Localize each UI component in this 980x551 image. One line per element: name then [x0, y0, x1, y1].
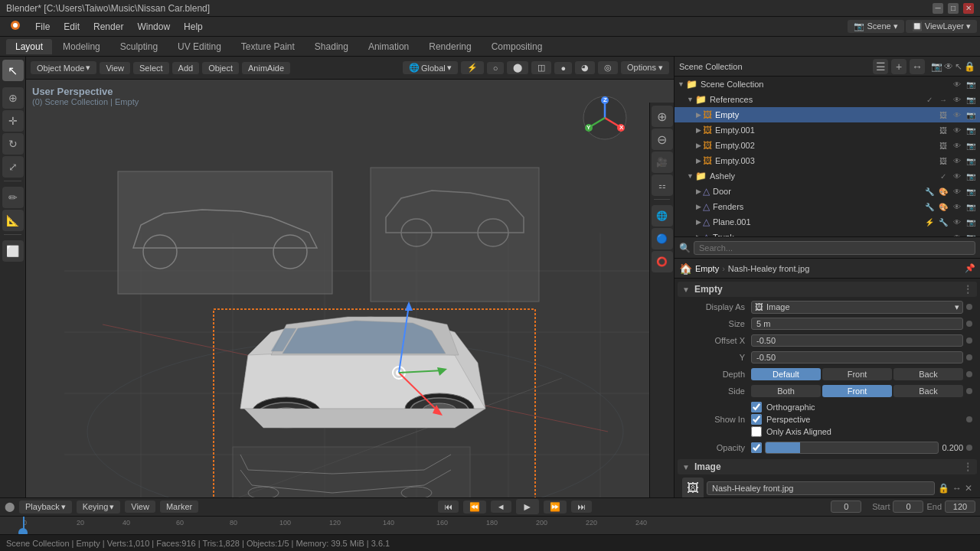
- depth-front-btn[interactable]: Front: [822, 368, 892, 380]
- only-axis-checkbox[interactable]: [751, 426, 762, 437]
- opacity-slider[interactable]: [765, 442, 939, 454]
- object-mode-dropdown[interactable]: Object Mode ▾: [31, 61, 96, 74]
- offset-y-input[interactable]: [751, 351, 963, 364]
- transform-dropdown[interactable]: 🌐 Global ▾: [403, 61, 458, 74]
- viewport-gizmo[interactable]: Z X Y: [582, 95, 628, 141]
- tab-compositing[interactable]: Compositing: [482, 39, 552, 54]
- tab-layout[interactable]: Layout: [6, 39, 52, 54]
- animaide-menu[interactable]: AnimAide: [242, 62, 290, 74]
- section-menu-icon[interactable]: ⋮: [963, 284, 972, 295]
- viewport-3d[interactable]: Object Mode ▾ View Select Add Object Ani…: [26, 57, 674, 497]
- side-both-btn[interactable]: Both: [751, 385, 821, 397]
- object-menu[interactable]: Object: [202, 62, 239, 74]
- viewport-canvas[interactable]: User Perspective (0) Scene Collection | …: [26, 80, 674, 497]
- menu-render[interactable]: Render: [87, 20, 129, 34]
- play-reverse-btn[interactable]: ◄: [491, 500, 511, 513]
- play-btn[interactable]: ►: [516, 499, 539, 514]
- tab-animation[interactable]: Animation: [359, 39, 418, 54]
- image-filename[interactable]: Nash-Healey front.jpg: [707, 481, 935, 495]
- scene-selector[interactable]: 📷 Scene ▾: [848, 20, 903, 33]
- zoom-out-btn[interactable]: ⊖: [652, 129, 673, 150]
- annotate-tool[interactable]: ✏: [2, 187, 24, 208]
- add-object-tool[interactable]: ⬜: [2, 240, 24, 262]
- breadcrumb-empty[interactable]: Empty: [695, 264, 719, 273]
- overlay-toggle[interactable]: ⬤: [507, 61, 528, 74]
- outliner-trunk[interactable]: ▶ △ Trunk 👁 📷: [675, 230, 980, 237]
- side-back-btn[interactable]: Back: [893, 385, 963, 397]
- render-btn[interactable]: ⭕: [652, 251, 673, 272]
- depth-back-btn[interactable]: Back: [893, 368, 963, 380]
- material-btn[interactable]: 🔵: [652, 228, 673, 249]
- image-section-header[interactable]: ▼ Image ⋮: [678, 459, 977, 474]
- marker-menu[interactable]: Marker: [160, 500, 198, 513]
- outliner-fenders[interactable]: ▶ △ Fenders 🔧 🎨 👁 📷: [675, 199, 980, 214]
- tab-shading[interactable]: Shading: [305, 39, 358, 54]
- menu-window[interactable]: Window: [131, 20, 176, 34]
- add-menu[interactable]: Add: [172, 62, 200, 74]
- view-menu[interactable]: View: [100, 62, 130, 74]
- depth-default-btn[interactable]: Default: [751, 368, 821, 380]
- outliner-plane-001[interactable]: ▶ △ Plane.001 ⚡ 🔧 👁 📷: [675, 214, 980, 230]
- shading-rendered[interactable]: ◎: [598, 61, 618, 74]
- size-input[interactable]: [751, 318, 963, 330]
- tab-rendering[interactable]: Rendering: [420, 39, 480, 54]
- minimize-button[interactable]: ─: [933, 3, 943, 14]
- image-section-menu[interactable]: ⋮: [963, 461, 972, 472]
- num-pad-btn[interactable]: ⚏: [652, 174, 673, 196]
- measure-tool[interactable]: 📐: [2, 210, 24, 231]
- close-button[interactable]: ✕: [963, 3, 974, 14]
- tab-modeling[interactable]: Modeling: [54, 39, 109, 54]
- rotate-tool[interactable]: ↻: [2, 133, 24, 155]
- opacity-checkbox[interactable]: [751, 442, 762, 453]
- outliner-add[interactable]: +: [891, 59, 906, 74]
- playback-menu[interactable]: Playback ▾: [19, 500, 72, 514]
- next-frame-btn[interactable]: ⏩: [544, 500, 567, 514]
- view-menu-timeline[interactable]: View: [125, 500, 155, 513]
- outliner-scene-collection[interactable]: ▼ 📁 Scene Collection 👁 📷: [675, 77, 980, 92]
- perspective-checkbox[interactable]: [751, 414, 762, 425]
- viewlayer-selector[interactable]: 🔲 ViewLayer ▾: [906, 20, 977, 33]
- jump-end-btn[interactable]: ⏭: [571, 500, 592, 513]
- xray-toggle[interactable]: ◫: [531, 61, 551, 74]
- outliner-empty-002[interactable]: ▶ 🖼 Empty.002 🖼 👁 📷: [675, 138, 980, 153]
- orthographic-checkbox[interactable]: [751, 402, 762, 412]
- proportional-edit[interactable]: ○: [487, 62, 505, 74]
- image-sync-icon[interactable]: ↔: [952, 483, 962, 494]
- menu-edit[interactable]: Edit: [57, 20, 86, 34]
- scale-tool[interactable]: ⤢: [2, 156, 24, 178]
- breadcrumb-image[interactable]: Nash-Healey front.jpg: [728, 264, 809, 273]
- outliner-ashely[interactable]: ▼ 📁 Ashely ✓ 👁 📷: [675, 168, 980, 184]
- outliner-door[interactable]: ▶ △ Door 🔧 🎨 👁 📷: [675, 184, 980, 199]
- image-close-icon[interactable]: ✕: [965, 483, 972, 494]
- prev-frame-btn[interactable]: ⏪: [463, 500, 486, 514]
- current-frame-input[interactable]: [831, 500, 861, 513]
- jump-start-btn[interactable]: ⏮: [438, 500, 459, 513]
- menu-blender[interactable]: [3, 18, 28, 35]
- offset-x-input[interactable]: [751, 334, 963, 347]
- tab-texture-paint[interactable]: Texture Paint: [232, 39, 304, 54]
- select-tool[interactable]: ↖: [2, 60, 24, 81]
- outliner-empty-001[interactable]: ▶ 🖼 Empty.001 🖼 👁 📷: [675, 122, 980, 138]
- outliner-empty-003[interactable]: ▶ 🖼 Empty.003 🖼 👁 📷: [675, 153, 980, 168]
- frame-marker[interactable]: [18, 528, 28, 534]
- select-menu[interactable]: Select: [133, 62, 169, 74]
- outliner-filter[interactable]: ☰: [873, 59, 888, 74]
- options-dropdown[interactable]: Options ▾: [621, 61, 669, 74]
- outliner-references[interactable]: ▼ 📁 References ✓ → 👁 📷: [675, 92, 980, 107]
- outliner-empty[interactable]: ▶ 🖼 Empty 🖼 👁 📷: [675, 107, 980, 122]
- menu-help[interactable]: Help: [178, 20, 209, 34]
- camera-view-btn[interactable]: 🎥: [652, 152, 673, 173]
- move-tool[interactable]: ✛: [2, 110, 24, 132]
- tab-sculpting[interactable]: Sculpting: [111, 39, 167, 54]
- shading-material[interactable]: ◕: [575, 61, 595, 74]
- start-frame-input[interactable]: [893, 500, 923, 513]
- menu-file[interactable]: File: [29, 20, 56, 34]
- snap-toggle[interactable]: ⚡: [461, 61, 484, 74]
- zoom-in-btn[interactable]: ⊕: [652, 106, 673, 127]
- render-icon[interactable]: 📷: [965, 78, 977, 90]
- shading-solid[interactable]: ●: [554, 62, 572, 74]
- maximize-button[interactable]: □: [948, 3, 959, 14]
- empty-section-header[interactable]: ▼ Empty ⋮: [678, 282, 977, 297]
- keying-menu[interactable]: Keying ▾: [77, 500, 121, 514]
- tab-uv-editing[interactable]: UV Editing: [168, 39, 230, 54]
